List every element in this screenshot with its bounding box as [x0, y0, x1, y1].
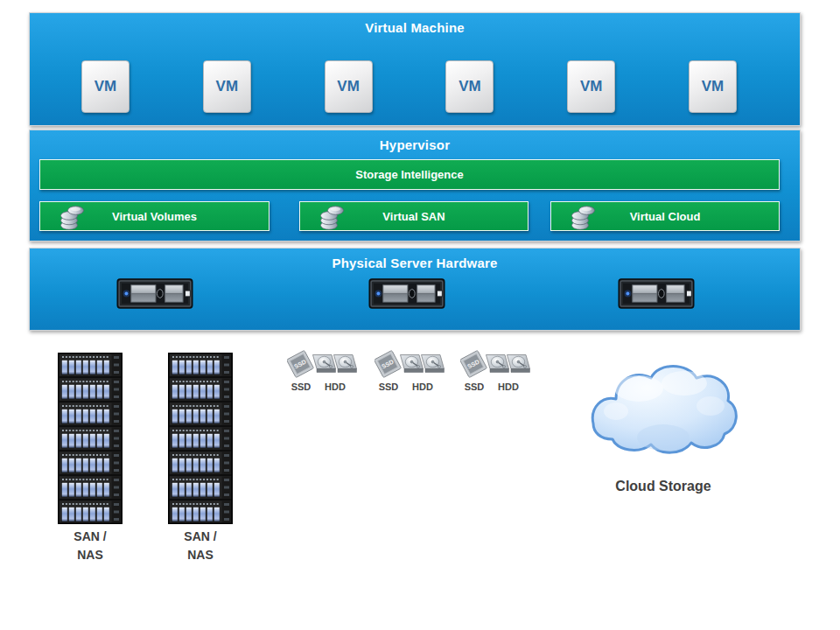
- module-virtual-cloud: Virtual Cloud: [550, 201, 780, 231]
- vm-label: VM: [216, 78, 239, 95]
- module-virtual-volumes: Virtual Volumes: [39, 201, 270, 231]
- physical-hardware-layer: Physical Server Hardware: [29, 248, 801, 331]
- disk-group-labels: SSD HDD: [374, 382, 444, 392]
- module-virtual-san: Virtual SAN: [299, 201, 528, 231]
- storage-intelligence-bar: Storage Intelligence: [39, 159, 780, 190]
- vm-label: VM: [458, 78, 481, 95]
- disk-group: SSD SSD HDD: [460, 349, 530, 391]
- vm-label: VM: [702, 78, 724, 95]
- san-nas-label-line2: NAS: [38, 546, 143, 564]
- database-icon: [60, 203, 86, 231]
- server-icon: [368, 278, 445, 309]
- san-nas-label-line1: SAN /: [38, 528, 143, 546]
- cloud-storage-label: Cloud Storage: [581, 479, 746, 494]
- vm-icon: VM: [445, 60, 494, 113]
- hdd-label: HDD: [315, 382, 355, 392]
- san-nas-label: SAN / NAS: [38, 528, 143, 564]
- vm-label: VM: [337, 78, 360, 95]
- vm-icon: VM: [203, 60, 251, 113]
- san-nas-label-line1: SAN /: [148, 528, 253, 546]
- ssd-hdd-icon: SSD: [460, 349, 530, 379]
- vm-label: VM: [580, 78, 603, 95]
- san-nas-rack-icon: [58, 353, 122, 524]
- san-nas-label: SAN / NAS: [148, 528, 253, 564]
- disk-group: SSD SSD HDD: [374, 349, 444, 391]
- vm-icon: VM: [689, 60, 737, 113]
- vm-row: VM VM VM VM VM VM: [30, 60, 800, 113]
- server-icon: [116, 278, 193, 309]
- database-icon: [319, 203, 346, 231]
- disk-group-labels: SSD HDD: [460, 382, 530, 392]
- virtual-machine-layer: Virtual Machine VM VM VM VM VM VM: [29, 12, 801, 126]
- vm-label: VM: [94, 78, 117, 95]
- disk-group: SSD SSD HDD: [287, 349, 357, 391]
- virtual-machine-title: Virtual Machine: [30, 13, 800, 35]
- hdd-label: HDD: [488, 382, 528, 392]
- san-nas-rack-icon: [168, 353, 233, 524]
- ssd-label: SSD: [460, 382, 488, 392]
- hdd-label: HDD: [402, 382, 443, 392]
- database-icon: [570, 203, 597, 231]
- san-nas-label-line2: NAS: [148, 546, 253, 564]
- storage-intelligence-label: Storage Intelligence: [355, 168, 464, 181]
- vm-icon: VM: [325, 60, 373, 113]
- hypervisor-title: Hypervisor: [30, 130, 800, 152]
- physical-hardware-title: Physical Server Hardware: [30, 248, 800, 270]
- ssd-hdd-icon: SSD: [287, 349, 357, 379]
- hypervisor-layer: Hypervisor Storage Intelligence Virtual …: [29, 130, 801, 242]
- cloud-icon: [583, 350, 740, 467]
- ssd-hdd-icon: SSD: [374, 349, 444, 379]
- diagram-canvas: Virtual Machine VM VM VM VM VM VM Hyperv…: [0, 0, 840, 630]
- vm-icon: VM: [567, 60, 615, 113]
- ssd-label: SSD: [287, 382, 315, 392]
- ssd-label: SSD: [374, 382, 402, 392]
- vm-icon: VM: [81, 60, 130, 113]
- disk-group-labels: SSD HDD: [287, 382, 357, 392]
- server-icon: [618, 278, 695, 309]
